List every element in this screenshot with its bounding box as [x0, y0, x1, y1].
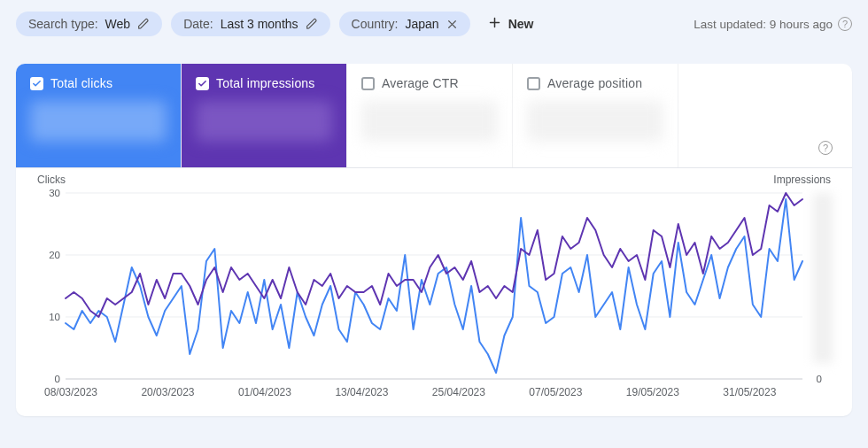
last-updated-text: Last updated: 9 hours ago: [694, 18, 833, 31]
x-axis-tick: 31/05/2023: [723, 386, 776, 398]
y-axis-tick-left: 10: [41, 312, 60, 322]
metric-value-obscured: [527, 101, 663, 142]
metric-value-obscured: [361, 101, 498, 142]
metric-label: Total impressions: [216, 76, 315, 90]
x-axis-tick: 19/05/2023: [626, 386, 679, 398]
help-icon[interactable]: ?: [838, 17, 852, 31]
metrics-row: Total clicks Total impressions Average C…: [16, 64, 852, 168]
checkbox-unchecked-icon: [527, 77, 540, 90]
metrics-help-icon[interactable]: ?: [818, 141, 833, 155]
chip-prefix: Country:: [352, 17, 399, 31]
chip-value: Japan: [405, 17, 438, 31]
chip-search-type[interactable]: Search type: Web: [16, 12, 162, 36]
y-axis-left-title: Clicks: [37, 174, 66, 186]
last-updated: Last updated: 9 hours ago ?: [694, 17, 852, 31]
chart-plot: [66, 193, 802, 379]
y-axis-tick-left: 0: [41, 374, 60, 384]
x-axis-tick: 01/04/2023: [238, 386, 291, 398]
plus-icon: [488, 16, 501, 32]
chip-country[interactable]: Country: Japan: [339, 12, 470, 36]
metric-value-obscured: [196, 101, 332, 142]
filter-bar: Search type: Web Date: Last 3 months Cou…: [0, 0, 868, 48]
chip-prefix: Search type:: [28, 17, 98, 31]
edit-icon: [306, 18, 318, 30]
metric-value-obscured: [30, 101, 167, 142]
metric-label: Average position: [547, 76, 642, 90]
x-axis-tick: 07/05/2023: [529, 386, 582, 398]
chip-value: Last 3 months: [221, 17, 298, 31]
chip-value: Web: [105, 17, 131, 31]
right-axis-obscured: [813, 193, 833, 363]
checkbox-checked-icon: [30, 77, 43, 90]
x-axis-tick: 08/03/2023: [44, 386, 97, 398]
help-icon: ?: [818, 141, 833, 155]
y-axis-tick-left: 20: [41, 250, 60, 260]
metric-total-clicks[interactable]: Total clicks: [16, 64, 182, 167]
performance-card: Total clicks Total impressions Average C…: [16, 64, 852, 416]
add-filter-label: New: [508, 17, 534, 31]
close-icon[interactable]: [446, 19, 458, 30]
metric-total-impressions[interactable]: Total impressions: [182, 64, 347, 167]
x-axis-tick: 13/04/2023: [335, 386, 388, 398]
chip-date-range[interactable]: Date: Last 3 months: [171, 12, 329, 36]
metric-label: Average CTR: [382, 76, 459, 90]
metric-label: Total clicks: [50, 76, 112, 90]
metric-avg-ctr[interactable]: Average CTR: [347, 64, 513, 167]
y-axis-tick-right: 0: [817, 374, 822, 384]
x-axis-tick: 25/04/2023: [432, 386, 485, 398]
chip-prefix: Date:: [183, 17, 213, 31]
add-filter-button[interactable]: New: [479, 11, 543, 37]
checkbox-unchecked-icon: [361, 77, 375, 90]
metric-avg-position[interactable]: Average position: [513, 64, 678, 167]
y-axis-right-title: Impressions: [773, 174, 831, 186]
chart-area: Clicks Impressions 3020100008/03/202320/…: [16, 168, 852, 416]
edit-icon: [137, 18, 150, 30]
x-axis-tick: 20/03/2023: [141, 386, 194, 398]
chart-series-line: [66, 199, 802, 373]
checkbox-checked-icon: [196, 77, 209, 90]
y-axis-tick-left: 30: [41, 188, 60, 198]
